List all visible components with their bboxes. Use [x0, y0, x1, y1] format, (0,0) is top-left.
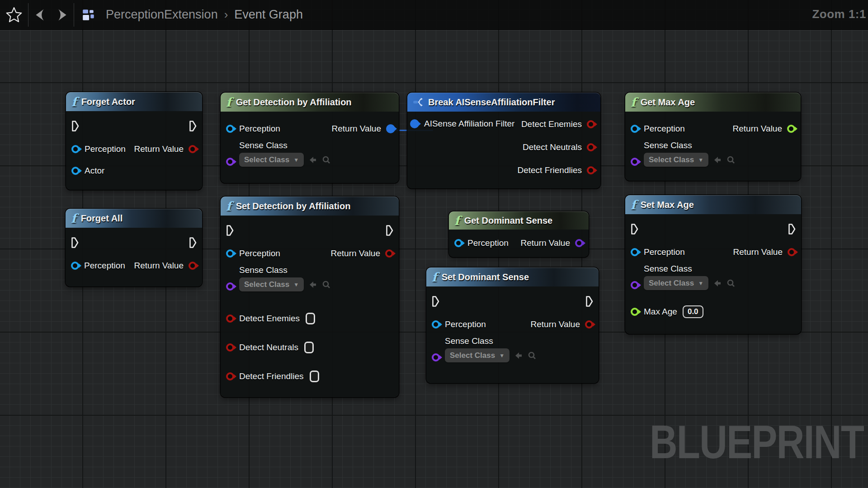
exec-out-pin[interactable] [189, 237, 197, 249]
select-class-dropdown[interactable]: Select Class▼ [239, 277, 304, 291]
detect-friendlies-pin[interactable] [587, 166, 595, 174]
return-value-pin-connected[interactable] [386, 124, 395, 133]
exec-out-pin[interactable] [788, 223, 796, 235]
sense-class-pin[interactable] [226, 282, 234, 291]
node-header[interactable]: f Forget All [66, 209, 202, 228]
use-asset-icon[interactable] [713, 279, 722, 287]
return-value-pin[interactable] [787, 125, 795, 133]
node-header[interactable]: f Get Detection by Affiliation [221, 93, 399, 112]
return-value-pin[interactable] [788, 248, 796, 256]
max-age-pin[interactable] [631, 308, 639, 316]
detect-enemies-pin[interactable] [587, 120, 595, 128]
perception-pin[interactable] [226, 249, 234, 258]
return-value-pin[interactable] [189, 145, 197, 153]
browse-asset-icon[interactable] [726, 279, 736, 288]
exec-out-pin[interactable] [585, 296, 593, 307]
blueprint-watermark: BLUEPRINT [650, 418, 863, 465]
return-value-pin[interactable] [189, 262, 197, 270]
node-break-aisenseaffiliationfilter[interactable]: Break AISenseAffiliationFilter AISense A… [407, 93, 600, 188]
node-header[interactable]: f Get Dominant Sense [449, 211, 589, 230]
detect-neutrals-pin[interactable] [226, 343, 234, 352]
sense-class-pin[interactable] [226, 158, 234, 166]
exec-in-pin[interactable] [432, 296, 439, 307]
node-title: Set Detection by Affiliation [236, 201, 351, 211]
node-header[interactable]: f Set Detection by Affiliation [221, 197, 399, 216]
aisense-affiliation-filter-pin-connected[interactable] [410, 119, 419, 128]
perception-pin[interactable] [71, 262, 79, 270]
node-set-max-age[interactable]: f Set Max Age Perception Return Value [625, 195, 801, 334]
detect-enemies-pin[interactable] [226, 314, 234, 323]
exec-in-pin[interactable] [71, 237, 79, 249]
return-value-pin[interactable] [575, 239, 583, 247]
node-set-dominant-sense[interactable]: f Set Dominant Sense Perception Return V… [426, 267, 599, 383]
select-class-dropdown[interactable]: Select Class▼ [644, 276, 708, 290]
use-asset-icon[interactable] [308, 281, 317, 289]
navigate-forward-button[interactable] [51, 0, 74, 30]
detect-friendlies-checkbox[interactable] [310, 371, 319, 382]
blueprint-class-button[interactable] [74, 0, 101, 30]
node-header[interactable]: Break AISenseAffiliationFilter [407, 93, 600, 112]
graph-canvas[interactable]: BLUEPRINT f Forget Actor Perception Retu… [0, 0, 868, 488]
detect-enemies-checkbox[interactable] [306, 313, 315, 324]
detect-friendlies-pin[interactable] [226, 372, 234, 380]
pin-label: Perception [239, 249, 280, 258]
function-icon: f [71, 96, 77, 108]
browse-asset-icon[interactable] [322, 280, 331, 289]
node-title: Get Detection by Affiliation [236, 97, 352, 108]
navigate-back-button[interactable] [28, 0, 51, 30]
node-title: Get Dominant Sense [464, 216, 553, 226]
perception-pin[interactable] [226, 125, 234, 133]
select-class-dropdown[interactable]: Select Class▼ [445, 348, 509, 362]
perception-pin[interactable] [454, 239, 462, 247]
pin-label: Sense Class [445, 336, 537, 346]
node-title: Forget All [81, 213, 123, 224]
node-forget-actor[interactable]: f Forget Actor Perception Return Value [66, 92, 202, 190]
function-icon: f [631, 96, 636, 108]
pin-label: Return Value [331, 249, 381, 258]
use-asset-icon[interactable] [713, 156, 722, 164]
sense-class-pin[interactable] [631, 158, 639, 166]
exec-out-pin[interactable] [189, 120, 197, 132]
actor-pin[interactable] [71, 167, 80, 175]
exec-in-pin[interactable] [226, 225, 234, 236]
exec-in-pin[interactable] [631, 223, 638, 235]
sense-class-pin[interactable] [631, 281, 639, 289]
browse-asset-icon[interactable] [322, 155, 331, 164]
perception-pin[interactable] [631, 125, 639, 133]
return-value-pin[interactable] [385, 249, 393, 258]
pin-label: Return Value [733, 124, 783, 134]
detect-neutrals-checkbox[interactable] [304, 342, 314, 353]
function-icon: f [226, 96, 231, 108]
pin-label: Detect Enemies [239, 314, 300, 324]
pin-label: Perception [84, 261, 125, 271]
breadcrumb-root[interactable]: PerceptionExtension [106, 8, 218, 22]
breadcrumb-page[interactable]: Event Graph [234, 8, 303, 22]
perception-pin[interactable] [71, 145, 80, 153]
use-asset-icon[interactable] [514, 352, 523, 360]
select-class-dropdown[interactable]: Select Class▼ [239, 153, 304, 167]
node-header[interactable]: f Set Dominant Sense [426, 267, 599, 286]
browse-asset-icon[interactable] [528, 351, 537, 360]
node-get-detection-by-affiliation[interactable]: f Get Detection by Affiliation Perceptio… [221, 93, 399, 183]
perception-pin[interactable] [631, 248, 639, 256]
node-set-detection-by-affiliation[interactable]: f Set Detection by Affiliation Perceptio… [221, 197, 399, 397]
node-header[interactable]: f Set Max Age [625, 195, 801, 214]
browse-asset-icon[interactable] [726, 155, 736, 164]
use-asset-icon[interactable] [308, 156, 317, 164]
function-icon: f [226, 200, 231, 212]
favorite-button[interactable] [0, 0, 28, 30]
node-forget-all[interactable]: f Forget All Perception Return Value [66, 209, 202, 286]
sense-class-pin[interactable] [432, 353, 440, 361]
node-header[interactable]: f Get Max Age [625, 93, 801, 112]
exec-out-pin[interactable] [386, 225, 393, 236]
exec-in-pin[interactable] [71, 120, 79, 132]
node-get-max-age[interactable]: f Get Max Age Perception Return Value Se… [625, 93, 801, 181]
node-header[interactable]: f Forget Actor [66, 92, 202, 111]
max-age-value-field[interactable]: 0.0 [683, 305, 703, 318]
pin-label: Perception [644, 124, 685, 134]
node-get-dominant-sense[interactable]: f Get Dominant Sense Perception Return V… [449, 211, 589, 257]
perception-pin[interactable] [432, 320, 440, 328]
return-value-pin[interactable] [585, 320, 593, 328]
select-class-dropdown[interactable]: Select Class▼ [644, 153, 708, 167]
detect-neutrals-pin[interactable] [587, 143, 595, 151]
